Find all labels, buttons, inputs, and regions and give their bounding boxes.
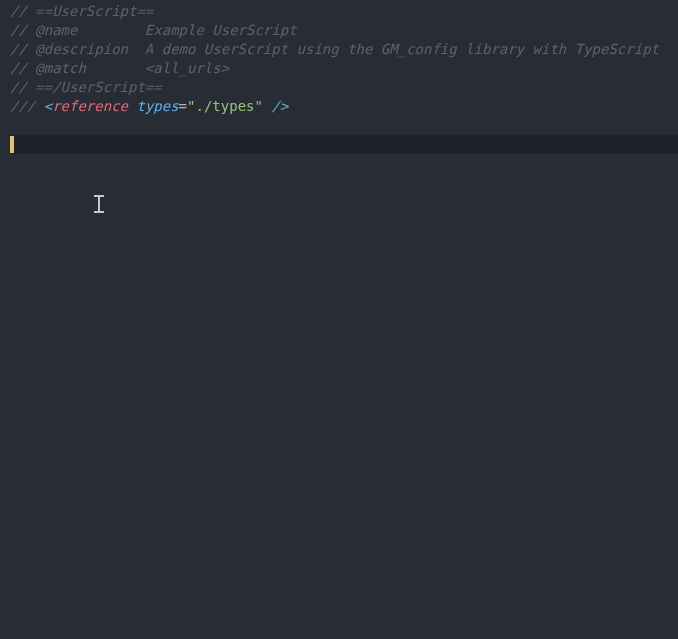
comment-text: // ==UserScript== [10, 3, 153, 19]
code-line: // ==/UserScript== [0, 78, 678, 97]
triple-slash: /// [10, 98, 44, 114]
active-line-highlight [10, 135, 678, 154]
quote: " [255, 98, 263, 114]
code-line: // @descripion A demo UserScript using t… [0, 40, 678, 59]
code-line: // @name Example UserScript [0, 21, 678, 40]
equals-sign: = [179, 98, 187, 114]
slash-close: / [271, 98, 279, 114]
reference-keyword: reference [52, 98, 128, 114]
angle-close: > [280, 98, 288, 114]
mouse-ibeam-cursor-icon [93, 195, 105, 213]
text-cursor [10, 136, 14, 153]
string-literal: ./types [195, 98, 254, 114]
angle-open: < [44, 98, 52, 114]
comment-text: // @match <all_urls> [10, 60, 229, 76]
code-editor[interactable]: // ==UserScript== // @name Example UserS… [0, 0, 678, 639]
code-line: // @match <all_urls> [0, 59, 678, 78]
comment-text: // @descripion A demo UserScript using t… [10, 41, 659, 57]
code-line: // ==UserScript== [0, 2, 678, 21]
comment-text: // @name Example UserScript [10, 22, 297, 38]
code-line: /// <reference types="./types" /> [0, 97, 678, 116]
comment-text: // ==/UserScript== [10, 79, 162, 95]
types-attr: types [136, 98, 178, 114]
